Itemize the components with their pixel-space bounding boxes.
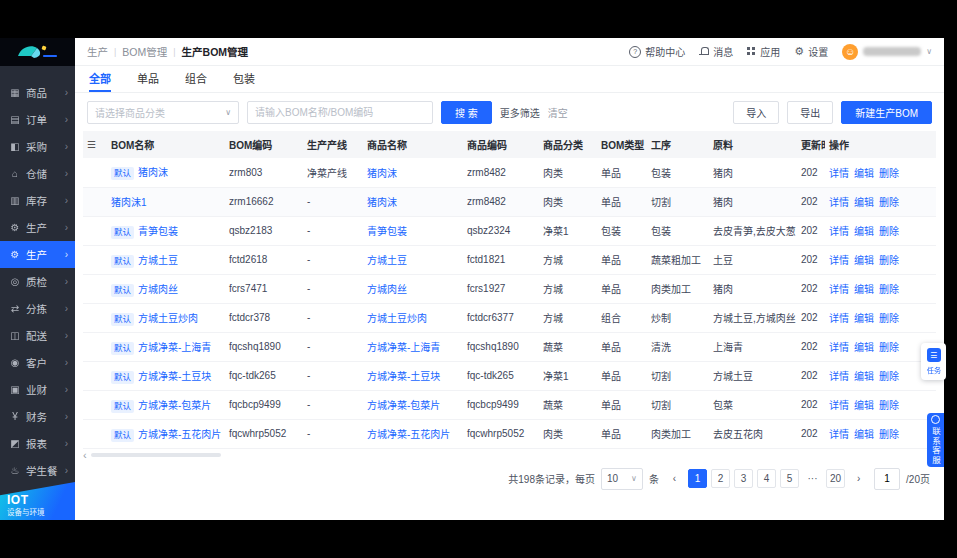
breadcrumb-item[interactable]: BOM管理 [122,44,167,59]
import-button[interactable]: 导入 [733,101,779,124]
sidebar-item-配送[interactable]: ◫配送› [0,322,75,349]
pagination-page-5[interactable]: 5 [780,469,799,488]
product-name-link[interactable]: 方城土豆炒肉 [367,313,427,324]
row-action-详情[interactable]: 详情 [829,255,849,266]
row-action-删除[interactable]: 删除 [879,284,899,295]
row-action-详情[interactable]: 详情 [829,197,849,208]
sidebar-item-学生餐[interactable]: ♨学生餐› [0,457,75,484]
sidebar-item-生产[interactable]: ⚙生产› [0,214,75,241]
pagination-page-1[interactable]: 1 [688,469,707,488]
row-action-删除[interactable]: 删除 [879,400,899,411]
sidebar-item-生产[interactable]: ⚙生产› [0,241,75,268]
pagination-page-3[interactable]: 3 [734,469,753,488]
row-action-详情[interactable]: 详情 [829,313,849,324]
pagination-page-2[interactable]: 2 [711,469,730,488]
row-action-编辑[interactable]: 编辑 [854,226,874,237]
sidebar-item-质检[interactable]: ◎质检› [0,268,75,295]
product-name-link[interactable]: 青笋包装 [367,226,407,237]
row-action-详情[interactable]: 详情 [829,168,849,179]
bom-name-link[interactable]: 方城净菜-五花肉片 [138,429,221,440]
topbar-bell-button[interactable]: 消息 [699,44,733,59]
more-filters-link[interactable]: 更多筛选 [500,105,540,120]
row-action-详情[interactable]: 详情 [829,429,849,440]
sidebar-item-客户[interactable]: ◉客户› [0,349,75,376]
iot-banner[interactable]: IOT 设备与环境 [0,482,75,520]
tab-全部[interactable]: 全部 [89,66,111,92]
pagination-page-20[interactable]: 20 [826,469,845,488]
bom-keyword-input[interactable] [247,101,433,124]
product-name-link[interactable]: 方城土豆 [367,255,407,266]
product-name-link[interactable]: 猪肉沫 [367,197,397,208]
pagination-prev[interactable]: ‹ [665,469,684,488]
bom-name-link[interactable]: 青笋包装 [138,226,178,237]
row-action-删除[interactable]: 删除 [879,226,899,237]
sidebar-item-财务[interactable]: ¥财务› [0,403,75,430]
product-name-link[interactable]: 方城净菜-包菜片 [367,400,440,411]
bom-name-link[interactable]: 方城土豆炒肉 [138,313,198,324]
sidebar-item-订单[interactable]: ▤订单› [0,106,75,133]
bom-name-link[interactable]: 猪肉沫1 [111,197,147,208]
row-action-编辑[interactable]: 编辑 [854,342,874,353]
breadcrumb-item[interactable]: 生产BOM管理 [182,44,249,59]
category-select[interactable]: 请选择商品分类 ∨ [87,101,239,124]
customer-service-button[interactable]: 联系客服 [927,413,944,467]
row-action-删除[interactable]: 删除 [879,197,899,208]
product-name-link[interactable]: 方城肉丝 [367,284,407,295]
topbar-gear-button[interactable]: 设置 [794,44,828,59]
row-action-编辑[interactable]: 编辑 [854,313,874,324]
row-action-详情[interactable]: 详情 [829,400,849,411]
create-bom-button[interactable]: 新建生产BOM [841,101,932,124]
row-action-删除[interactable]: 删除 [879,342,899,353]
row-action-删除[interactable]: 删除 [879,255,899,266]
bom-name-link[interactable]: 方城净菜-土豆块 [138,371,211,382]
row-action-编辑[interactable]: 编辑 [854,255,874,266]
page-size-select[interactable]: 10 ∨ [601,468,643,490]
row-action-详情[interactable]: 详情 [829,226,849,237]
row-action-详情[interactable]: 详情 [829,342,849,353]
row-action-删除[interactable]: 删除 [879,371,899,382]
row-action-删除[interactable]: 删除 [879,429,899,440]
bom-name-link[interactable]: 猪肉沫 [138,167,168,178]
clear-filters-link[interactable]: 清空 [548,105,568,120]
topbar-apps-button[interactable]: 应用 [747,44,780,59]
product-name-link[interactable]: 方城净菜-土豆块 [367,371,440,382]
tab-组合[interactable]: 组合 [185,66,207,92]
sidebar-item-分拣[interactable]: ⇄分拣› [0,295,75,322]
bom-name-link[interactable]: 方城净菜-上海青 [138,342,211,353]
row-action-删除[interactable]: 删除 [879,313,899,324]
hscroll-thumb[interactable] [91,453,221,457]
page-jump-input[interactable] [874,468,900,490]
row-action-编辑[interactable]: 编辑 [854,371,874,382]
row-action-详情[interactable]: 详情 [829,371,849,382]
row-action-删除[interactable]: 删除 [879,168,899,179]
export-button[interactable]: 导出 [787,101,833,124]
task-float-button[interactable]: ☰ 任务 [921,343,946,380]
product-name-link[interactable]: 方城净菜-五花肉片 [367,429,450,440]
row-action-详情[interactable]: 详情 [829,284,849,295]
bom-name-link[interactable]: 方城土豆 [138,255,178,266]
tab-单品[interactable]: 单品 [137,66,159,92]
pagination-next[interactable]: › [849,469,868,488]
sidebar-item-采购[interactable]: ◧采购› [0,133,75,160]
search-button[interactable]: 搜 索 [441,101,492,124]
row-action-编辑[interactable]: 编辑 [854,284,874,295]
bom-name-link[interactable]: 方城肉丝 [138,284,178,295]
sidebar-item-报表[interactable]: ◩报表› [0,430,75,457]
row-action-编辑[interactable]: 编辑 [854,429,874,440]
row-action-编辑[interactable]: 编辑 [854,168,874,179]
bom-name-link[interactable]: 方城净菜-包菜片 [138,400,211,411]
pagination-page-4[interactable]: 4 [757,469,776,488]
row-action-编辑[interactable]: 编辑 [854,197,874,208]
column-settings-icon[interactable]: ☰ [87,139,96,150]
sidebar-item-业财[interactable]: ▣业财› [0,376,75,403]
user-menu[interactable]: ☺ ∨ [842,44,932,60]
product-name-link[interactable]: 方城净菜-上海青 [367,342,440,353]
row-action-编辑[interactable]: 编辑 [854,400,874,411]
breadcrumb-item[interactable]: 生产 [87,44,108,59]
sidebar-item-商品[interactable]: ▦商品› [0,79,75,106]
hscroll-left-arrow[interactable]: ‹ [83,450,87,460]
product-name-link[interactable]: 猪肉沫 [367,168,397,179]
sidebar-item-库存[interactable]: ▥库存› [0,187,75,214]
sidebar-item-仓储[interactable]: ⌂仓储› [0,160,75,187]
topbar-help-button[interactable]: 帮助中心 [629,44,685,59]
